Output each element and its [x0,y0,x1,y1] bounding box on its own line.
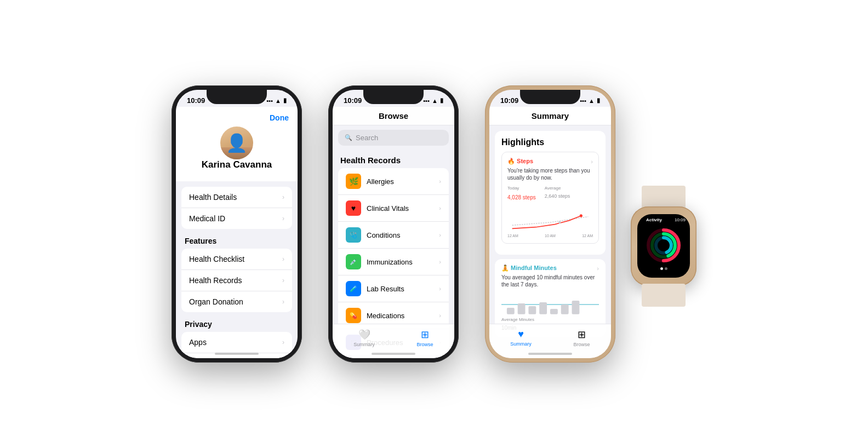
wifi-icon-2: ▲ [432,97,438,104]
medications-icon: 💊 [346,308,361,323]
apple-watch: Activity 10:09 [631,206,696,286]
activity-rings [637,223,690,267]
conditions-chevron: › [439,232,441,238]
menu-item-apps[interactable]: Apps › [181,332,292,353]
privacy-label: Privacy [176,312,298,332]
svg-rect-3 [507,308,515,314]
spacer1 [176,181,298,187]
summary-tab-icon: 🤍 [358,329,370,341]
conditions-label: Conditions [367,231,433,239]
status-icons-3: ▪▪▪ ▲ ▮ [580,97,600,104]
chevron-health-records: › [282,277,284,284]
browse-item-allergies[interactable]: 🌿 Allergies › [338,168,449,195]
summary-screen: 10:09 ▪▪▪ ▲ ▮ Summary Highlights [489,90,611,358]
watch-band-top [642,186,686,209]
signal-icon: ▪▪▪ [266,97,273,104]
vitals-icon: ♥ [346,200,361,216]
dot-1 [660,267,663,270]
chart-label-mid: 10 AM [545,234,556,238]
phone1-notch [207,90,267,104]
vitals-chevron: › [439,205,441,211]
menu-item-health-details[interactable]: Health Details › [181,187,292,208]
phone1-screen: 10:09 ▪▪▪ ▲ ▮ Done Karina Cavanna [176,90,298,358]
lab-label: Lab Results [367,285,433,293]
immunizations-label: Immunizations [367,258,433,266]
browse-item-vitals[interactable]: ♥ Clinical Vitals › [338,195,449,222]
chevron-health-details: › [282,193,284,201]
health-records-label: Health Records [189,276,242,285]
summary-tab-icon-active: ♥ [518,329,524,340]
svg-rect-5 [528,306,536,314]
time-3: 10:09 [500,96,518,105]
tab-browse-active[interactable]: ⊞ Browse [417,329,433,347]
menu-item-organ-donation[interactable]: Organ Donation › [181,291,292,312]
browse-tab-icon-3: ⊞ [578,329,586,341]
browse-nav: Browse [333,107,454,125]
browse-tab-label: Browse [417,342,433,347]
browse-item-conditions[interactable]: 🩺 Conditions › [338,222,449,249]
done-button[interactable]: Done [270,113,289,122]
status-icons-1: ▪▪▪ ▲ ▮ [266,97,287,104]
dot-2 [665,267,667,270]
vitals-label: Clinical Vitals [367,204,433,212]
profile-top-bar: Done [185,111,289,127]
search-bar[interactable]: 🔍 Search [338,130,449,146]
avg-unit: steps [557,193,570,199]
conditions-icon: 🩺 [346,227,361,243]
chevron-organ-donation: › [282,298,284,306]
svg-point-0 [580,214,583,217]
svg-rect-8 [561,305,569,314]
medical-id-label: Medical ID [189,214,225,223]
menu-features: Health Checklist › Health Records › Orga… [181,249,292,312]
allergies-icon: 🌿 [346,174,361,189]
tab-browse-3[interactable]: ⊞ Browse [574,329,590,347]
profile-header: Done Karina Cavanna [176,107,298,181]
menu-item-medical-id[interactable]: Medical ID › [181,208,292,229]
medications-chevron: › [439,312,441,319]
health-checklist-label: Health Checklist [189,255,244,263]
browse-item-lab[interactable]: 🧪 Lab Results › [338,275,449,302]
menu-main: Health Details › Medical ID › [181,187,292,229]
status-icons-2: ▪▪▪ ▲ ▮ [423,97,443,104]
home-indicator-2 [372,353,415,355]
phone2-notch [363,90,424,104]
signal-icon-3: ▪▪▪ [580,97,586,104]
chevron-health-checklist: › [282,255,284,263]
steps-header: 🔥 Steps › [507,158,593,165]
browse-tab-icon: ⊞ [421,329,429,341]
summary-tab-label: Summary [353,342,375,347]
svg-rect-9 [572,301,580,314]
highlights-title: Highlights [501,137,599,147]
menu-item-health-checklist[interactable]: Health Checklist › [181,249,292,270]
profile-screen: 10:09 ▪▪▪ ▲ ▮ Done Karina Cavanna [176,90,298,358]
health-details-label: Health Details [189,193,237,202]
steps-row: Today 4,028 steps Average 2,640 steps [507,186,593,202]
browse-item-immunizations[interactable]: 💉 Immunizations › [338,249,449,275]
tab-summary[interactable]: 🤍 Summary [353,329,375,347]
phone-summary: 10:09 ▪▪▪ ▲ ▮ Summary Highlights [485,85,615,363]
scene: 10:09 ▪▪▪ ▲ ▮ Done Karina Cavanna [150,64,718,384]
apps-label: Apps [189,338,207,347]
allergies-chevron: › [439,178,441,185]
features-label: Features [176,229,298,249]
browse-section-title: Health Records [333,150,454,168]
phone2-screen: 10:09 ▪▪▪ ▲ ▮ Browse 🔍 Search [333,90,454,358]
tab-summary-active[interactable]: ♥ Summary [510,329,532,347]
average-label: Average [545,186,570,191]
today-col: Today 4,028 steps [507,186,536,202]
menu-item-health-records[interactable]: Health Records › [181,270,292,291]
steps-chevron: › [591,158,593,165]
mindful-header: 🧘 Mindful Minutes › [501,265,599,272]
mindful-chart-svg [501,292,599,317]
steps-category: 🔥 Steps [507,158,533,165]
watch-status-bar: Activity 10:09 [637,214,690,223]
avatar [220,127,253,159]
chart-label-end: 12 AM [582,234,593,238]
home-indicator-1 [215,353,259,355]
chart-label-start: 12 AM [507,234,518,238]
search-icon: 🔍 [345,134,352,141]
chevron-apps: › [282,338,284,346]
watch-body: Activity 10:09 [631,206,696,286]
steps-chart-svg [507,205,593,233]
svg-rect-4 [518,303,526,314]
